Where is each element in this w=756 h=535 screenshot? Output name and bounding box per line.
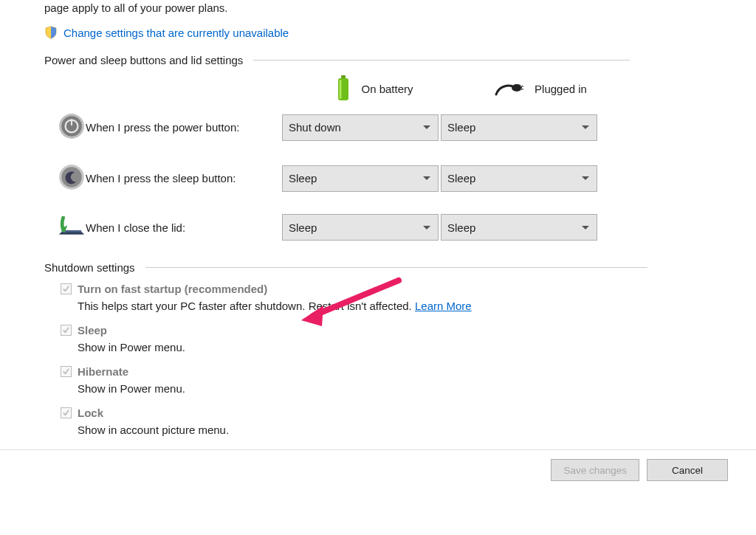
label-lock: Lock — [78, 407, 103, 419]
row-label-power: When I press the power button: — [86, 121, 282, 134]
row-label-lid: When I close the lid: — [86, 221, 282, 234]
svg-point-11 — [61, 167, 81, 187]
cancel-button[interactable]: Cancel — [647, 459, 728, 481]
svg-point-3 — [512, 84, 522, 92]
checkbox-sleep[interactable] — [61, 325, 72, 336]
desc-hibernate: Show in Power menu. — [78, 382, 756, 395]
column-headers: On battery Plugged in — [44, 75, 756, 102]
chevron-down-icon — [423, 226, 430, 229]
svg-rect-9 — [71, 120, 72, 125]
lid-icon — [58, 226, 86, 238]
change-settings-link[interactable]: Change settings that are currently unava… — [63, 27, 289, 39]
checkbox-hibernate[interactable] — [61, 366, 72, 377]
desc-sleep: Show in Power menu. — [78, 341, 756, 353]
chevron-down-icon — [582, 226, 589, 229]
checkbox-fast-startup[interactable] — [61, 283, 72, 294]
svg-rect-2 — [340, 80, 342, 99]
dropdown-power-battery[interactable]: Shut down — [282, 114, 439, 141]
svg-rect-4 — [520, 86, 523, 87]
label-fast-startup: Turn on fast startup (recommended) — [78, 283, 267, 295]
svg-rect-0 — [341, 75, 346, 78]
intro-text: page apply to all of your power plans. — [44, 0, 756, 14]
learn-more-link[interactable]: Learn More — [415, 300, 472, 312]
dropdown-lid-plugged[interactable]: Sleep — [441, 214, 597, 241]
label-hibernate: Hibernate — [78, 365, 128, 378]
chevron-down-icon — [423, 176, 430, 180]
shield-icon — [44, 26, 58, 39]
chevron-down-icon — [582, 125, 589, 129]
power-button-icon — [58, 130, 86, 142]
dropdown-lid-battery[interactable]: Sleep — [282, 214, 439, 241]
row-label-sleep: When I press the sleep button: — [86, 172, 282, 184]
sleep-button-icon — [58, 181, 86, 193]
section-shutdown: Shutdown settings — [44, 261, 756, 274]
dropdown-power-plugged[interactable]: Sleep — [441, 114, 597, 141]
section-power-sleep-lid: Power and sleep buttons and lid settings — [44, 54, 756, 66]
dropdown-sleep-battery[interactable]: Sleep — [282, 165, 439, 192]
desc-lock: Show in account picture menu. — [78, 424, 756, 436]
svg-rect-5 — [520, 89, 523, 90]
label-sleep: Sleep — [78, 324, 107, 336]
dropdown-sleep-plugged[interactable]: Sleep — [441, 165, 597, 192]
chevron-down-icon — [423, 125, 430, 129]
save-changes-button: Save changes — [551, 459, 639, 481]
desc-fast-startup: This helps start your PC faster after sh… — [78, 300, 756, 312]
chevron-down-icon — [582, 176, 589, 180]
battery-icon — [336, 75, 351, 102]
plug-icon — [495, 81, 524, 96]
checkbox-lock[interactable] — [61, 407, 72, 418]
